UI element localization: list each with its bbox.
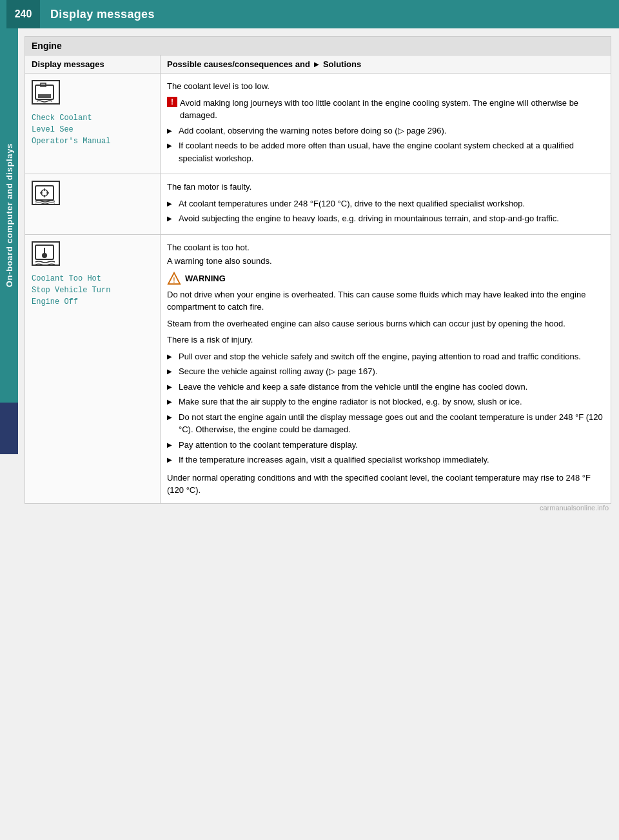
engine-table: Engine Display messages Possible causes/… (25, 36, 611, 504)
list-item: Secure the vehicle against rolling away … (167, 365, 604, 378)
side-tab: On-board computer and displays (0, 28, 18, 403)
header-bar: 240 Display messages (0, 0, 619, 28)
svg-text:!: ! (173, 276, 175, 283)
section-header: Engine (25, 37, 611, 55)
list-item: Pay attention to the coolant temperature… (167, 439, 604, 452)
list-item: Do not start the engine again until the … (167, 411, 604, 436)
col-header-row: Display messages Possible causes/consequ… (25, 55, 611, 74)
display-message-cell-1: Check CoolantLevel SeeOperator's Manual (25, 74, 161, 174)
content-cell-3: The coolant is too hot. A warning tone a… (161, 234, 611, 503)
content-intro-3a: The coolant is too hot. (167, 241, 604, 254)
content-intro-1: The coolant level is too low. (167, 80, 604, 93)
info-row-1: ! Avoid making long journeys with too li… (167, 97, 604, 122)
info-text-1: Avoid making long journeys with too litt… (180, 97, 604, 122)
bullet-list-3: Pull over and stop the vehicle safely an… (167, 350, 604, 466)
bullet-list-1: Add coolant, observing the warning notes… (167, 125, 604, 165)
side-tab-bar (0, 403, 18, 454)
content-intro-3b: A warning tone also sounds. (167, 255, 604, 268)
page-title: Display messages (50, 8, 155, 21)
footer-watermark: carmanualsonline.info (540, 504, 609, 512)
table-row: Coolant Too HotStop Vehicle TurnEngine O… (25, 234, 611, 503)
svg-rect-3 (35, 186, 54, 200)
svg-point-11 (42, 253, 47, 258)
col1-header: Display messages (25, 55, 161, 74)
table-row: Check CoolantLevel SeeOperator's Manual … (25, 74, 611, 174)
list-item: Leave the vehicle and keep a safe distan… (167, 381, 604, 394)
side-tab-label: On-board computer and displays (5, 143, 14, 287)
list-item: Make sure that the air supply to the eng… (167, 395, 604, 408)
display-message-cell-3: Coolant Too HotStop Vehicle TurnEngine O… (25, 234, 161, 503)
bullet-list-2: At coolant temperatures under 248 °F​(12… (167, 197, 604, 225)
fan-motor-icon (32, 181, 60, 205)
svg-rect-1 (38, 94, 51, 98)
warning-triangle-icon: ! (167, 272, 181, 286)
content-cell-1: The coolant level is too low. ! Avoid ma… (161, 74, 611, 174)
section-header-row: Engine (25, 37, 611, 55)
display-message-cell-2 (25, 174, 161, 235)
list-item: If the temperature increases again, visi… (167, 454, 604, 466)
warning-body-2: Steam from the overheated engine can als… (167, 317, 604, 330)
coolant-hot-icon (32, 241, 60, 266)
warning-body-1: Do not drive when your engine is overhea… (167, 288, 604, 314)
content-cell-2: The fan motor is faulty. At coolant temp… (161, 174, 611, 235)
col2-header: Possible causes/consequences and ► Solut… (161, 55, 611, 74)
list-item: Add coolant, observing the warning notes… (167, 125, 604, 137)
page-number: 240 (6, 0, 40, 28)
warning-block: ! WARNING (167, 272, 604, 286)
list-item: If coolant needs to be added more often … (167, 139, 604, 165)
info-icon-1: ! (167, 97, 177, 107)
main-content: Engine Display messages Possible causes/… (25, 36, 611, 517)
list-item: Pull over and stop the vehicle safely an… (167, 350, 604, 363)
list-item: Avoid subjecting the engine to heavy loa… (167, 212, 604, 225)
coolant-level-icon (32, 80, 60, 105)
footer-text: Under normal operating conditions and wi… (167, 472, 604, 497)
page-body: 240 Display messages On-board computer a… (0, 0, 619, 517)
list-item: At coolant temperatures under 248 °F​(12… (167, 197, 604, 210)
display-label-3: Coolant Too HotStop Vehicle TurnEngine O… (32, 273, 153, 308)
display-label-1: Check CoolantLevel SeeOperator's Manual (32, 112, 153, 147)
warning-body-3: There is a risk of injury. (167, 334, 604, 346)
content-intro-2: The fan motor is faulty. (167, 181, 604, 194)
table-row: The fan motor is faulty. At coolant temp… (25, 174, 611, 235)
warning-label: WARNING (185, 272, 226, 285)
